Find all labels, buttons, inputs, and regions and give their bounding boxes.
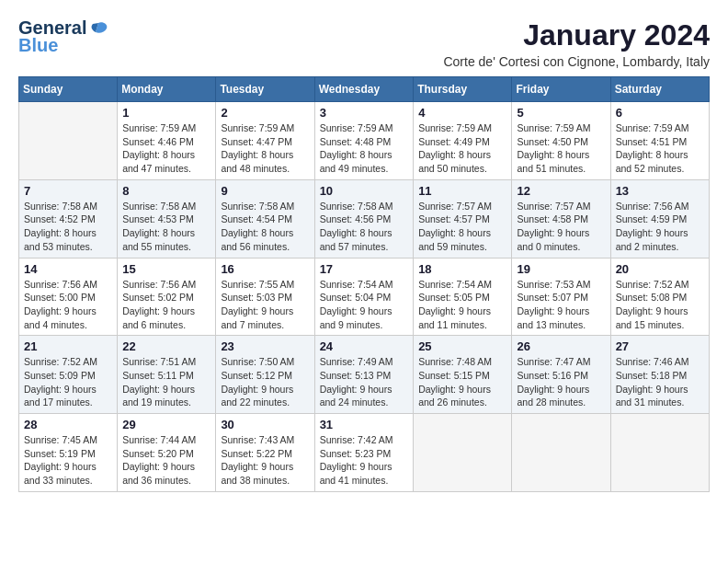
calendar-day-cell: 11Sunrise: 7:57 AM Sunset: 4:57 PM Dayli… (414, 179, 512, 258)
day-number: 21 (24, 339, 112, 353)
day-info: Sunrise: 7:56 AM Sunset: 5:00 PM Dayligh… (24, 278, 112, 332)
day-info: Sunrise: 7:59 AM Sunset: 4:51 PM Dayligh… (616, 121, 704, 176)
day-info: Sunrise: 7:56 AM Sunset: 5:02 PM Dayligh… (122, 278, 210, 332)
page-header: General Blue January 2024 Corte de' Cort… (18, 18, 710, 69)
day-info: Sunrise: 7:54 AM Sunset: 5:04 PM Dayligh… (320, 278, 409, 332)
day-number: 2 (221, 106, 309, 120)
day-number: 12 (517, 184, 605, 198)
calendar-day-cell: 17Sunrise: 7:54 AM Sunset: 5:04 PM Dayli… (314, 258, 414, 336)
col-tuesday: Tuesday (216, 77, 314, 102)
calendar-day-cell: 29Sunrise: 7:44 AM Sunset: 5:20 PM Dayli… (118, 414, 216, 492)
day-number: 6 (616, 106, 704, 120)
day-info: Sunrise: 7:58 AM Sunset: 4:54 PM Dayligh… (221, 200, 309, 254)
calendar-week-row: 28Sunrise: 7:45 AM Sunset: 5:19 PM Dayli… (19, 414, 710, 492)
day-info: Sunrise: 7:58 AM Sunset: 4:52 PM Dayligh… (24, 200, 112, 254)
day-info: Sunrise: 7:59 AM Sunset: 4:49 PM Dayligh… (418, 121, 506, 176)
day-info: Sunrise: 7:52 AM Sunset: 5:08 PM Dayligh… (616, 278, 704, 332)
day-number: 10 (320, 184, 409, 198)
calendar-day-cell: 9Sunrise: 7:58 AM Sunset: 4:54 PM Daylig… (216, 179, 314, 258)
col-monday: Monday (118, 77, 216, 102)
calendar-day-cell: 21Sunrise: 7:52 AM Sunset: 5:09 PM Dayli… (19, 336, 118, 414)
calendar-week-row: 7Sunrise: 7:58 AM Sunset: 4:52 PM Daylig… (19, 179, 710, 258)
day-number: 8 (122, 184, 210, 198)
col-sunday: Sunday (19, 77, 118, 102)
calendar-day-cell: 8Sunrise: 7:58 AM Sunset: 4:53 PM Daylig… (118, 179, 216, 258)
day-info: Sunrise: 7:59 AM Sunset: 4:50 PM Dayligh… (517, 121, 605, 176)
calendar-day-cell: 20Sunrise: 7:52 AM Sunset: 5:08 PM Dayli… (610, 258, 709, 336)
day-number: 23 (221, 339, 309, 353)
calendar-day-cell: 3Sunrise: 7:59 AM Sunset: 4:48 PM Daylig… (314, 102, 414, 180)
title-block: January 2024 Corte de' Cortesi con Cigno… (443, 18, 710, 69)
day-number: 9 (221, 184, 309, 198)
day-number: 17 (320, 262, 409, 276)
day-number: 15 (122, 262, 210, 276)
day-info: Sunrise: 7:51 AM Sunset: 5:11 PM Dayligh… (122, 355, 210, 409)
calendar-day-cell: 16Sunrise: 7:55 AM Sunset: 5:03 PM Dayli… (216, 258, 314, 336)
calendar-day-cell: 30Sunrise: 7:43 AM Sunset: 5:22 PM Dayli… (216, 414, 314, 492)
day-info: Sunrise: 7:57 AM Sunset: 4:57 PM Dayligh… (418, 200, 506, 254)
day-info: Sunrise: 7:58 AM Sunset: 4:53 PM Dayligh… (122, 200, 210, 254)
calendar-week-row: 1Sunrise: 7:59 AM Sunset: 4:46 PM Daylig… (19, 102, 710, 180)
day-number: 16 (221, 262, 309, 276)
day-info: Sunrise: 7:47 AM Sunset: 5:16 PM Dayligh… (517, 355, 605, 409)
day-number: 11 (418, 184, 506, 198)
logo: General Blue (18, 18, 108, 54)
col-wednesday: Wednesday (314, 77, 414, 102)
day-number: 5 (517, 106, 605, 120)
day-info: Sunrise: 7:46 AM Sunset: 5:18 PM Dayligh… (616, 355, 704, 409)
day-number: 1 (122, 106, 210, 120)
calendar-header-row: Sunday Monday Tuesday Wednesday Thursday… (19, 77, 710, 102)
day-info: Sunrise: 7:45 AM Sunset: 5:19 PM Dayligh… (24, 433, 112, 488)
day-number: 24 (320, 339, 409, 353)
day-number: 4 (418, 106, 506, 120)
day-info: Sunrise: 7:49 AM Sunset: 5:13 PM Dayligh… (320, 355, 409, 409)
calendar-day-cell: 25Sunrise: 7:48 AM Sunset: 5:15 PM Dayli… (414, 336, 512, 414)
day-number: 20 (616, 262, 704, 276)
calendar-day-cell: 31Sunrise: 7:42 AM Sunset: 5:23 PM Dayli… (314, 414, 414, 492)
calendar-day-cell (19, 102, 118, 180)
day-info: Sunrise: 7:57 AM Sunset: 4:58 PM Dayligh… (517, 200, 605, 254)
day-info: Sunrise: 7:52 AM Sunset: 5:09 PM Dayligh… (24, 355, 112, 409)
day-info: Sunrise: 7:59 AM Sunset: 4:48 PM Dayligh… (320, 121, 409, 176)
calendar-day-cell: 2Sunrise: 7:59 AM Sunset: 4:47 PM Daylig… (216, 102, 314, 180)
calendar-day-cell: 18Sunrise: 7:54 AM Sunset: 5:05 PM Dayli… (414, 258, 512, 336)
calendar-day-cell: 22Sunrise: 7:51 AM Sunset: 5:11 PM Dayli… (118, 336, 216, 414)
col-saturday: Saturday (610, 77, 709, 102)
location-subtitle: Corte de' Cortesi con Cignone, Lombardy,… (443, 54, 710, 69)
day-number: 22 (122, 339, 210, 353)
day-info: Sunrise: 7:55 AM Sunset: 5:03 PM Dayligh… (221, 278, 309, 332)
calendar-table: Sunday Monday Tuesday Wednesday Thursday… (18, 76, 710, 492)
day-number: 28 (24, 418, 112, 431)
month-title: January 2024 (443, 18, 710, 52)
day-info: Sunrise: 7:58 AM Sunset: 4:56 PM Dayligh… (320, 200, 409, 254)
calendar-day-cell (414, 414, 512, 492)
calendar-day-cell: 19Sunrise: 7:53 AM Sunset: 5:07 PM Dayli… (512, 258, 610, 336)
day-number: 30 (221, 418, 309, 431)
day-number: 27 (616, 339, 704, 353)
day-number: 31 (320, 418, 409, 431)
calendar-day-cell (610, 414, 709, 492)
day-number: 18 (418, 262, 506, 276)
logo-blue: Blue (18, 36, 108, 54)
day-info: Sunrise: 7:44 AM Sunset: 5:20 PM Dayligh… (122, 433, 210, 488)
day-info: Sunrise: 7:48 AM Sunset: 5:15 PM Dayligh… (418, 355, 506, 409)
day-info: Sunrise: 7:56 AM Sunset: 4:59 PM Dayligh… (616, 200, 704, 254)
calendar-day-cell: 23Sunrise: 7:50 AM Sunset: 5:12 PM Dayli… (216, 336, 314, 414)
calendar-day-cell: 28Sunrise: 7:45 AM Sunset: 5:19 PM Dayli… (19, 414, 118, 492)
day-info: Sunrise: 7:59 AM Sunset: 4:47 PM Dayligh… (221, 121, 309, 176)
col-thursday: Thursday (414, 77, 512, 102)
calendar-day-cell: 5Sunrise: 7:59 AM Sunset: 4:50 PM Daylig… (512, 102, 610, 180)
calendar-day-cell: 4Sunrise: 7:59 AM Sunset: 4:49 PM Daylig… (414, 102, 512, 180)
calendar-week-row: 21Sunrise: 7:52 AM Sunset: 5:09 PM Dayli… (19, 336, 710, 414)
calendar-day-cell: 6Sunrise: 7:59 AM Sunset: 4:51 PM Daylig… (610, 102, 709, 180)
day-info: Sunrise: 7:42 AM Sunset: 5:23 PM Dayligh… (320, 433, 409, 488)
calendar-day-cell: 12Sunrise: 7:57 AM Sunset: 4:58 PM Dayli… (512, 179, 610, 258)
calendar-day-cell: 15Sunrise: 7:56 AM Sunset: 5:02 PM Dayli… (118, 258, 216, 336)
day-number: 7 (24, 184, 112, 198)
day-number: 26 (517, 339, 605, 353)
calendar-day-cell: 24Sunrise: 7:49 AM Sunset: 5:13 PM Dayli… (314, 336, 414, 414)
calendar-day-cell: 1Sunrise: 7:59 AM Sunset: 4:46 PM Daylig… (118, 102, 216, 180)
calendar-week-row: 14Sunrise: 7:56 AM Sunset: 5:00 PM Dayli… (19, 258, 710, 336)
day-number: 29 (122, 418, 210, 431)
calendar-day-cell: 27Sunrise: 7:46 AM Sunset: 5:18 PM Dayli… (610, 336, 709, 414)
